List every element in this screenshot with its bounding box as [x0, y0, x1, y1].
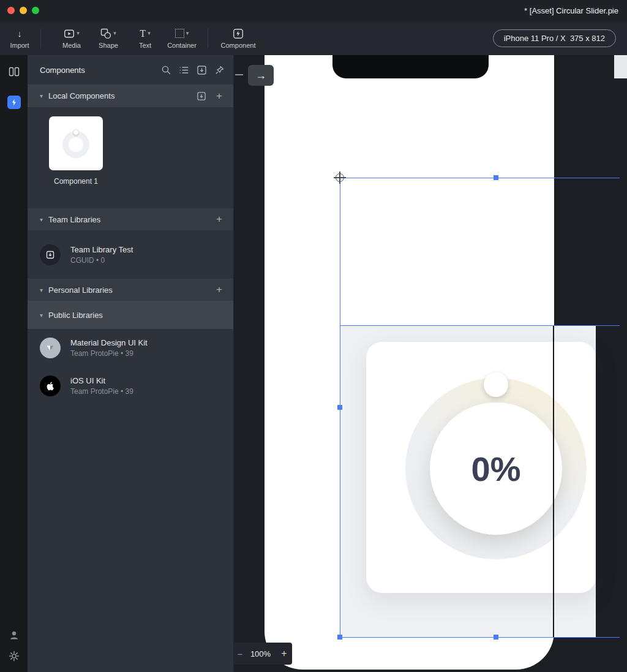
library-item-material-design[interactable]: Material Design UI Kit Team ProtoPie • 3…: [28, 329, 233, 367]
import-box-icon: [197, 91, 206, 101]
team-library-item[interactable]: Team Library Test CGUID • 0: [28, 230, 233, 279]
list-view-button[interactable]: [178, 64, 189, 75]
import-box-icon: [197, 65, 207, 75]
local-components-section[interactable]: ▾ Local Components +: [28, 85, 233, 107]
account-button[interactable]: [0, 630, 28, 641]
text-tool-button[interactable]: T ▾ Text: [129, 28, 161, 49]
right-panel-edge: [614, 55, 627, 78]
personal-libraries-section[interactable]: ▾ Personal Libraries +: [28, 279, 233, 301]
bolt-icon: [10, 98, 18, 107]
media-icon: [64, 28, 75, 39]
traffic-lights: [7, 7, 39, 14]
import-to-local-button[interactable]: [196, 91, 207, 102]
shape-label: Shape: [99, 42, 118, 49]
slider-value-text: 0%: [471, 449, 521, 489]
slider-knob[interactable]: [484, 372, 508, 397]
import-iconrow: ↓: [17, 28, 22, 39]
selection-edge-bottom: [340, 637, 620, 638]
device-selector[interactable]: iPhone 11 Pro / X 375 x 812: [493, 29, 616, 47]
apple-logo-icon: [40, 376, 61, 396]
selection-handle-top-center[interactable]: [494, 175, 498, 180]
import-label: Import: [10, 42, 29, 49]
team-libraries-label: Team Libraries: [48, 215, 214, 224]
add-personal-library-button[interactable]: +: [214, 284, 225, 295]
canvas[interactable]: 0% → − 100% +: [234, 55, 627, 672]
media-tool-button[interactable]: ▾ Media: [56, 28, 88, 49]
panels-icon: [9, 66, 20, 77]
apple-icon: [45, 380, 56, 391]
container-label: Container: [167, 42, 197, 49]
layers-panel-button[interactable]: [0, 66, 28, 77]
selection-origin-marker[interactable]: [336, 173, 344, 182]
text-caret-icon: ▾: [148, 31, 151, 36]
components-panel-header: Components: [28, 55, 233, 85]
back-arrow-icon[interactable]: [235, 74, 243, 75]
team-libraries-section[interactable]: ▾ Team Libraries +: [28, 208, 233, 230]
import-button[interactable]: ↓ Import: [5, 28, 34, 49]
component-thumbnail[interactable]: [49, 116, 103, 170]
selection-handle-bottom-left[interactable]: [337, 635, 342, 640]
team-library-text: Team Library Test CGUID • 0: [70, 245, 133, 265]
components-panel-title: Components: [40, 66, 160, 75]
person-icon: [9, 630, 20, 641]
circular-slider-inner: 0%: [430, 402, 562, 535]
personal-libraries-label: Personal Libraries: [48, 285, 214, 295]
local-section-icons: +: [196, 91, 225, 102]
close-button[interactable]: [7, 7, 15, 14]
local-components-label: Local Components: [48, 91, 196, 100]
gear-icon: [9, 651, 20, 662]
import-component-button[interactable]: [196, 64, 207, 75]
settings-button[interactable]: [0, 651, 28, 662]
component-label: Component: [221, 42, 256, 49]
team-library-title: Team Library Test: [70, 245, 133, 254]
zoom-out-button[interactable]: −: [235, 649, 245, 659]
zoom-control: − 100% +: [234, 643, 292, 665]
protopie-app-window: * [Asset] Circular Slider.pie ↓ Import ▾…: [0, 0, 627, 672]
left-rail: [0, 55, 28, 672]
component-icon: [233, 28, 244, 39]
text-icon: T: [140, 29, 146, 39]
fullscreen-button[interactable]: [32, 7, 39, 14]
media-caret-icon: ▾: [77, 31, 80, 36]
toolbar-separator: [40, 29, 41, 48]
add-team-library-button[interactable]: +: [214, 214, 225, 225]
library-title: Material Design UI Kit: [70, 338, 148, 347]
search-button[interactable]: [160, 64, 171, 75]
component-tool-button[interactable]: Component: [217, 28, 260, 49]
team-library-icon: [40, 244, 61, 265]
components-header-icons: [160, 64, 225, 75]
forward-button[interactable]: →: [248, 65, 274, 86]
chevron-down-icon: ▾: [40, 287, 48, 293]
shape-icon: [100, 28, 111, 39]
zoom-level[interactable]: 100%: [245, 649, 276, 659]
container-tool-button[interactable]: ▾ Container: [162, 28, 201, 49]
components-panel-button[interactable]: [0, 96, 28, 109]
library-item-ios[interactable]: iOS UI Kit Team ProtoPie • 39: [28, 367, 233, 405]
window-title: * [Asset] Circular Slider.pie: [524, 0, 618, 21]
phone-right-edge-line: [553, 325, 554, 637]
shape-iconrow: ▾: [100, 28, 116, 39]
circular-slider-ring[interactable]: 0%: [405, 378, 587, 559]
pin-panel-button[interactable]: [214, 64, 225, 75]
add-local-component-button[interactable]: +: [214, 91, 225, 102]
text-iconrow: T ▾: [140, 28, 150, 39]
titlebar: * [Asset] Circular Slider.pie: [0, 0, 627, 21]
zoom-in-button[interactable]: +: [276, 648, 292, 659]
selection-handle-bottom-center[interactable]: [494, 635, 498, 640]
library-item-text: Material Design UI Kit Team ProtoPie • 3…: [70, 338, 148, 358]
pin-icon: [214, 65, 225, 75]
container-iconrow: ▾: [175, 28, 189, 39]
shape-caret-icon: ▾: [113, 31, 116, 36]
selection-handle-left-middle[interactable]: [337, 405, 342, 410]
public-libraries-section[interactable]: ▾ Public Libraries: [28, 301, 233, 329]
toolbar: ↓ Import ▾ Media ▾ Shape T ▾ Text: [0, 21, 627, 55]
team-library-subtitle: CGUID • 0: [70, 256, 133, 265]
material-design-icon: [40, 338, 61, 358]
component-name: Component 1: [28, 177, 124, 186]
components-panel: Components ▾ Local Components: [28, 55, 234, 672]
text-label: Text: [139, 42, 151, 49]
search-icon: [161, 65, 171, 75]
iphone-notch: [332, 55, 489, 78]
shape-tool-button[interactable]: ▾ Shape: [91, 28, 126, 49]
minimize-button[interactable]: [20, 7, 27, 14]
